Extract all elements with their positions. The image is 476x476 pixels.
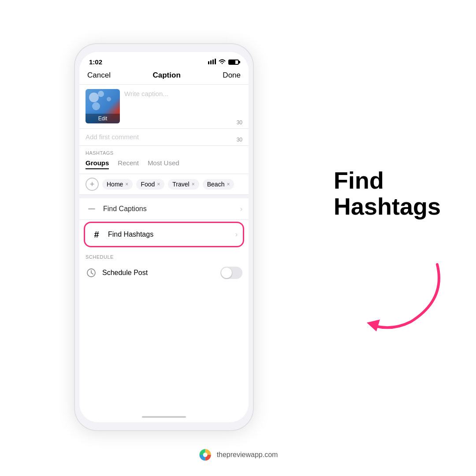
- status-icons: [208, 59, 239, 66]
- schedule-row: Schedule Post: [79, 261, 249, 284]
- hashtag-chip-travel[interactable]: Travel ×: [168, 179, 199, 190]
- phone-screen: 1:02: [79, 52, 249, 422]
- wifi-icon: [218, 59, 226, 66]
- battery-icon: [228, 60, 239, 65]
- status-bar: 1:02: [79, 52, 249, 69]
- chip-label-food: Food: [141, 181, 155, 188]
- svg-rect-2: [212, 60, 214, 64]
- find-hashtags-heading: FindHashtags: [334, 167, 441, 220]
- tab-most-used[interactable]: Most Used: [148, 157, 179, 169]
- hashtags-section: HASHTAGS Groups Recent Most Used + Home …: [79, 146, 249, 195]
- tab-recent[interactable]: Recent: [118, 157, 139, 169]
- find-captions-chevron: ›: [240, 205, 242, 213]
- brand-url: thepreviewapp.com: [217, 451, 278, 459]
- schedule-section: SCHEDULE Schedule Post: [79, 249, 249, 284]
- chip-label-travel: Travel: [172, 181, 189, 188]
- chip-remove-home[interactable]: ×: [125, 181, 128, 187]
- first-comment-input[interactable]: Add first comment: [86, 133, 139, 141]
- nav-title: Caption: [153, 71, 181, 80]
- svg-rect-1: [210, 60, 212, 64]
- status-time: 1:02: [89, 58, 102, 66]
- cancel-button[interactable]: Cancel: [87, 71, 111, 80]
- chip-remove-travel[interactable]: ×: [192, 181, 195, 187]
- find-captions-label: Find Captions: [103, 205, 240, 213]
- hashtag-chip-home[interactable]: Home ×: [102, 179, 133, 190]
- hashtag-chip-beach[interactable]: Beach ×: [203, 179, 234, 190]
- chip-label-beach: Beach: [207, 181, 225, 188]
- schedule-toggle[interactable]: [220, 267, 242, 279]
- caption-area: Edit Write caption... 30: [79, 85, 249, 129]
- nav-bar: Cancel Caption Done: [79, 69, 249, 85]
- phone-shell: 1:02: [74, 43, 254, 431]
- brand-logo: [198, 448, 212, 462]
- chip-label-home: Home: [107, 181, 123, 188]
- find-captions-icon: [86, 203, 98, 215]
- caption-thumbnail[interactable]: Edit: [86, 89, 120, 123]
- find-hashtags-label: Find Hashtags: [108, 231, 235, 238]
- chip-remove-beach[interactable]: ×: [227, 181, 230, 187]
- signal-icon: [208, 59, 216, 66]
- toggle-knob: [221, 268, 232, 278]
- find-hashtags-chevron: ›: [235, 231, 238, 238]
- svg-point-10: [203, 453, 208, 457]
- caption-char-count: 30: [237, 119, 242, 126]
- home-indicator: [142, 416, 186, 418]
- find-captions-item[interactable]: Find Captions ›: [79, 198, 249, 220]
- hashtag-chip-food[interactable]: Food ×: [136, 179, 164, 190]
- svg-rect-3: [215, 59, 216, 64]
- chip-remove-food[interactable]: ×: [157, 181, 160, 187]
- arrow-svg: [349, 256, 446, 335]
- schedule-icon: [86, 267, 97, 279]
- add-group-button[interactable]: +: [86, 178, 99, 191]
- schedule-post-label: Schedule Post: [102, 269, 220, 277]
- svg-marker-7: [367, 320, 380, 331]
- done-button[interactable]: Done: [223, 71, 241, 80]
- find-hashtags-item[interactable]: # Find Hashtags ›: [84, 222, 244, 247]
- menu-section: Find Captions › # Find Hashtags ›: [79, 198, 249, 247]
- first-comment-area: Add first comment 30: [79, 129, 249, 146]
- svg-rect-0: [208, 61, 209, 64]
- find-hashtags-title: FindHashtags: [334, 167, 441, 220]
- arrow-container: [349, 256, 446, 337]
- svg-line-6: [91, 273, 93, 274]
- schedule-section-label: SCHEDULE: [79, 253, 249, 261]
- hashtag-groups-row: + Home × Food × Travel × Beach ×: [79, 174, 249, 194]
- first-comment-char-count: 30: [237, 137, 242, 143]
- find-hashtags-icon: #: [90, 228, 103, 241]
- branding: thepreviewapp.com: [198, 448, 278, 462]
- caption-input[interactable]: Write caption...: [120, 89, 242, 124]
- divider: [79, 195, 249, 198]
- edit-button[interactable]: Edit: [86, 114, 120, 123]
- hashtag-tabs: Groups Recent Most Used: [79, 157, 249, 174]
- hashtags-section-label: HASHTAGS: [79, 146, 249, 157]
- tab-groups[interactable]: Groups: [86, 157, 109, 169]
